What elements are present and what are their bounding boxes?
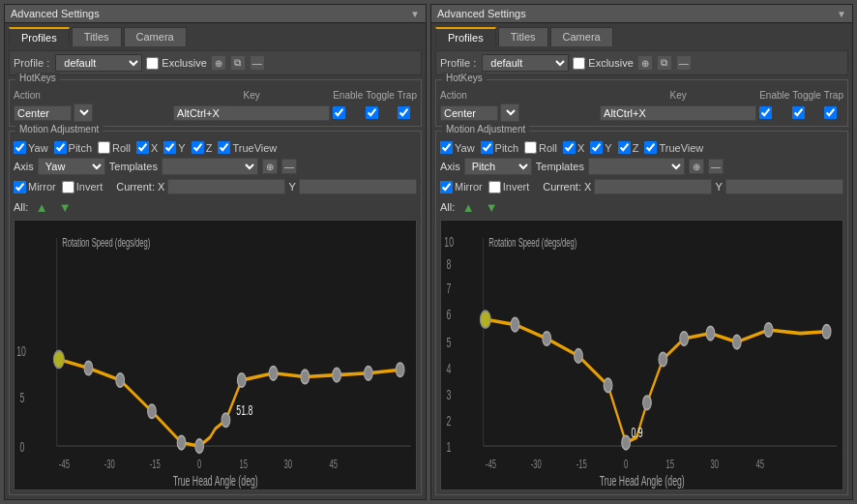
svg-point-14 [53, 351, 64, 369]
left-trap-checkbox[interactable] [398, 106, 410, 119]
right-current-x-input[interactable] [594, 179, 712, 194]
right-check-y[interactable]: Y [590, 141, 611, 154]
left-invert-check[interactable]: Invert [62, 181, 103, 193]
left-enable-checkbox[interactable] [333, 106, 345, 119]
right-axis-select[interactable]: Yaw Pitch Roll [464, 158, 532, 175]
right-templates-select[interactable] [588, 158, 685, 175]
left-motion-checkboxes: Yaw Pitch Roll X Y Z TrueView [14, 141, 417, 154]
left-toggle-checkbox[interactable] [366, 106, 378, 119]
right-check-pitch[interactable]: Pitch [481, 141, 518, 154]
right-axis-row: Axis Yaw Pitch Roll Templates ⊕ — [440, 158, 843, 175]
right-current-x-label: X [584, 181, 591, 193]
left-check-yaw[interactable]: Yaw [14, 141, 48, 154]
right-tab-camera[interactable]: Camera [550, 27, 613, 46]
right-enable-checkbox[interactable] [759, 106, 772, 119]
left-current-xy: Current: X Y [116, 179, 417, 194]
left-current-y-input[interactable] [299, 179, 417, 194]
right-unlink-icon[interactable]: — [676, 55, 692, 71]
left-title-arrow[interactable]: ▼ [410, 9, 420, 19]
right-trap-checkbox[interactable] [824, 106, 837, 119]
left-exclusive-row: Exclusive [146, 57, 206, 70]
left-mirror-check[interactable]: Mirror [14, 181, 56, 193]
left-check-pitch[interactable]: Pitch [54, 141, 92, 154]
svg-text:4: 4 [446, 361, 451, 377]
left-copy-icon[interactable]: ⧉ [230, 55, 246, 71]
svg-point-19 [195, 439, 204, 453]
svg-text:5: 5 [19, 390, 24, 406]
right-tab-profiles[interactable]: Profiles [435, 27, 496, 46]
right-hk-header-enable: Enable [759, 90, 789, 101]
left-all-up[interactable]: ▲ [32, 197, 51, 217]
left-motion-legend: Motion Adjustment [15, 124, 103, 134]
svg-point-59 [764, 323, 773, 337]
left-link-icon[interactable]: ⊕ [211, 55, 226, 71]
right-title: Advanced Settings [437, 8, 526, 19]
svg-text:-30: -30 [531, 459, 542, 471]
left-check-x[interactable]: X [136, 141, 158, 154]
left-current-y-label: Y [288, 181, 295, 193]
left-check-trueview[interactable]: TrueView [218, 141, 277, 154]
left-exclusive-checkbox[interactable] [146, 57, 159, 70]
right-check-x[interactable]: X [563, 141, 584, 154]
right-action-input[interactable] [440, 105, 498, 121]
left-all-down[interactable]: ▼ [55, 197, 74, 217]
right-mirror-check[interactable]: Mirror [440, 181, 483, 193]
left-axis-row: Axis Yaw Pitch Roll Templates ⊕ — [14, 158, 417, 175]
right-check-trueview[interactable]: TrueView [644, 141, 703, 154]
left-tab-profiles[interactable]: Profiles [9, 27, 70, 46]
svg-point-26 [396, 363, 404, 376]
left-check-y[interactable]: Y [163, 141, 185, 154]
svg-text:-45: -45 [486, 459, 496, 471]
right-invert-check[interactable]: Invert [488, 181, 530, 193]
left-templates-select[interactable] [162, 158, 258, 175]
right-profile-select[interactable]: default [482, 54, 569, 72]
right-hk-header-trap: Trap [824, 90, 843, 101]
svg-point-25 [364, 367, 372, 380]
left-axis-link-icon[interactable]: ⊕ [262, 159, 278, 174]
left-tab-titles[interactable]: Titles [72, 27, 122, 46]
right-action-select[interactable]: ▼ [500, 104, 519, 122]
left-check-z[interactable]: Z [192, 141, 213, 154]
right-current-y-input[interactable] [725, 179, 843, 194]
right-check-yaw[interactable]: Yaw [440, 141, 475, 154]
svg-point-55 [659, 352, 667, 366]
right-templates-label: Templates [536, 161, 584, 172]
svg-text:15: 15 [240, 459, 249, 471]
left-key-input[interactable] [173, 105, 330, 121]
svg-point-20 [222, 413, 230, 427]
svg-text:0: 0 [624, 459, 628, 471]
left-axis-unlink-icon[interactable]: — [281, 159, 297, 174]
left-check-roll[interactable]: Roll [98, 141, 131, 154]
right-key-input[interactable] [600, 105, 756, 121]
right-all-up[interactable]: ▲ [458, 197, 478, 217]
left-action-input[interactable] [14, 105, 72, 121]
svg-point-18 [177, 435, 186, 449]
right-all-down[interactable]: ▼ [482, 197, 501, 217]
right-hk-header-key: Key [600, 90, 756, 101]
svg-text:0: 0 [197, 459, 201, 471]
right-axis-unlink-icon[interactable]: — [708, 159, 724, 174]
right-tab-titles[interactable]: Titles [498, 27, 548, 46]
svg-text:2: 2 [446, 412, 451, 429]
svg-text:45: 45 [329, 459, 338, 471]
right-profile-row: Profile : default Exclusive ⊕ ⧉ — [435, 50, 848, 75]
right-title-arrow[interactable]: ▼ [837, 9, 846, 19]
left-axis-select[interactable]: Yaw Pitch Roll [38, 158, 105, 175]
right-copy-icon[interactable]: ⧉ [657, 55, 672, 71]
svg-text:-15: -15 [576, 459, 587, 471]
right-motion-section: Motion Adjustment Yaw Pitch Roll X Y Z T… [435, 131, 848, 495]
right-link-icon[interactable]: ⊕ [637, 55, 653, 71]
left-unlink-icon[interactable]: — [250, 55, 265, 71]
right-toggle-checkbox[interactable] [792, 106, 805, 119]
left-tab-camera[interactable]: Camera [124, 27, 187, 46]
right-check-roll[interactable]: Roll [524, 141, 557, 154]
right-exclusive-checkbox[interactable] [573, 57, 585, 70]
left-profile-select[interactable]: default [55, 54, 142, 72]
left-content: Profiles Titles Camera Profile : default… [5, 23, 426, 499]
left-current-x-input[interactable] [167, 179, 285, 194]
svg-point-15 [84, 361, 93, 374]
right-hk-header-toggle: Toggle [792, 90, 820, 101]
right-axis-link-icon[interactable]: ⊕ [689, 159, 704, 174]
right-check-z[interactable]: Z [618, 141, 639, 154]
left-action-select[interactable]: ▼ [74, 104, 93, 122]
